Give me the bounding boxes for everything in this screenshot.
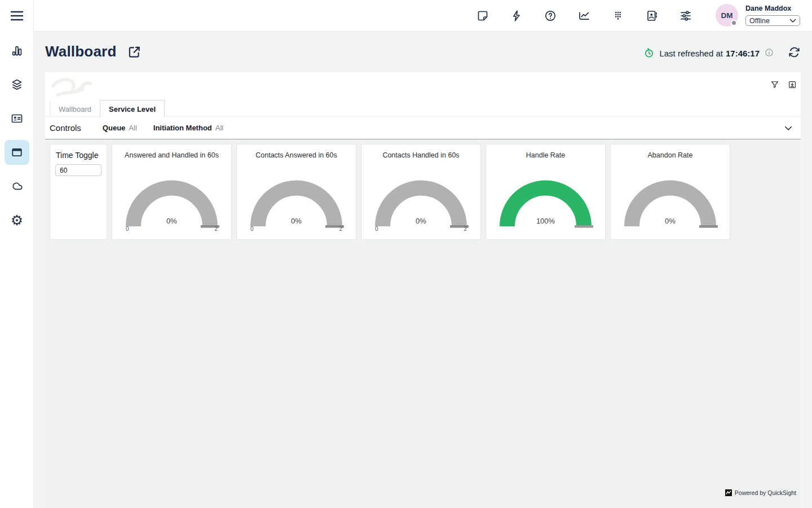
- contact-card-icon: [10, 112, 24, 125]
- time-toggle-label: Time Toggle: [56, 151, 98, 160]
- agent-status-value: Offline: [749, 17, 770, 25]
- gear-icon: ⚙: [11, 213, 23, 227]
- open-in-new-window-icon[interactable]: [127, 45, 142, 59]
- sidebar-nav: ⚙: [5, 38, 29, 233]
- agent-status-select[interactable]: Offline: [745, 15, 800, 26]
- cloud-icon: [10, 179, 24, 193]
- sidebar: ⚙: [0, 0, 34, 508]
- tab-label: Service Level: [109, 105, 156, 113]
- page-title: Wallboard: [45, 43, 117, 60]
- powered-by-quicksight: Powered by QuickSight: [725, 489, 796, 496]
- powered-by-label: Powered by QuickSight: [735, 489, 796, 496]
- svg-text:0: 0: [375, 226, 378, 232]
- gauge-target-tick: [699, 225, 718, 228]
- filter-name: Initiation Method: [153, 124, 212, 132]
- gauge-card: Contacts Answered in 60s0%02: [236, 144, 356, 240]
- watermark: [47, 75, 132, 102]
- gauge-target-tick: [575, 225, 593, 228]
- collapse-controls-chevron-icon[interactable]: [783, 122, 794, 134]
- bar-chart-icon: [10, 44, 24, 58]
- dialpad-icon[interactable]: [611, 9, 625, 23]
- refresh-label: Last refreshed at: [659, 49, 723, 58]
- svg-text:100%: 100%: [536, 217, 555, 225]
- gauge-card: Handle Rate100%: [486, 144, 606, 240]
- layers-icon: [10, 78, 24, 91]
- dashboard-sheet: Time Toggle Answered and Handled in 60s0…: [45, 139, 801, 508]
- main-content: Wallboard Last refreshed at 17:46:17: [34, 32, 812, 508]
- gauge-chart: 0%02: [361, 144, 480, 239]
- tab-wallboard[interactable]: Wallboard: [50, 100, 100, 117]
- sliders-icon[interactable]: [679, 9, 692, 23]
- chevron-down-icon: [789, 19, 796, 23]
- gauge-chart: 100%: [486, 144, 605, 239]
- svg-text:0%: 0%: [291, 217, 302, 225]
- note-icon[interactable]: [476, 9, 489, 23]
- contact-book-icon[interactable]: [645, 9, 659, 23]
- info-icon[interactable]: [764, 47, 774, 59]
- refresh-time: 17:46:17: [726, 49, 760, 58]
- sidebar-item-contacts[interactable]: [5, 106, 29, 131]
- topbar-icons: [476, 9, 692, 23]
- tab-label: Wallboard: [59, 105, 91, 113]
- cards-row: Time Toggle Answered and Handled in 60s0…: [50, 144, 730, 240]
- sidebar-item-wallboard[interactable]: [5, 140, 29, 165]
- panel-toolbar: [770, 80, 797, 90]
- hamburger-menu-icon[interactable]: [10, 10, 24, 22]
- svg-text:0%: 0%: [416, 217, 426, 225]
- filter-value: All: [215, 124, 223, 132]
- svg-text:2: 2: [339, 226, 342, 232]
- svg-text:2: 2: [464, 226, 467, 232]
- filter-name: Queue: [103, 124, 125, 132]
- sidebar-item-cloud[interactable]: [5, 174, 29, 199]
- sidebar-item-layers[interactable]: [5, 72, 29, 97]
- avatar-initials: DM: [721, 11, 733, 20]
- gauge-card: Abandon Rate0%: [610, 144, 730, 240]
- time-toggle-input[interactable]: [55, 164, 102, 176]
- gauge-chart: 0%02: [237, 144, 356, 239]
- lightning-icon[interactable]: [510, 9, 523, 23]
- line-chart-icon[interactable]: [577, 9, 591, 23]
- dashboard-panel: Wallboard Service Level Controls Queue A…: [45, 72, 801, 139]
- quicksight-logo-icon: [725, 489, 732, 496]
- svg-text:0%: 0%: [665, 217, 676, 225]
- auto-refresh-timer-icon: [643, 47, 655, 59]
- user-name: Dane Maddox: [745, 5, 791, 12]
- sidebar-item-settings[interactable]: ⚙: [5, 208, 29, 233]
- controls-label: Controls: [50, 123, 81, 133]
- gauge-chart: 0%: [611, 144, 730, 239]
- svg-text:0: 0: [250, 226, 254, 232]
- sidebar-item-analytics[interactable]: [5, 38, 29, 63]
- filter-icon[interactable]: [770, 80, 780, 90]
- svg-text:2: 2: [214, 226, 218, 232]
- help-icon[interactable]: [544, 9, 557, 23]
- tab-service-level[interactable]: Service Level: [100, 100, 165, 117]
- gauge-card: Answered and Handled in 60s0%02: [112, 144, 232, 240]
- app-root: ⚙ D: [0, 0, 812, 508]
- svg-text:0: 0: [126, 226, 129, 232]
- filter-value: All: [129, 124, 136, 132]
- sheet-tabs: Wallboard Service Level: [50, 100, 165, 117]
- time-toggle-card: Time Toggle: [50, 144, 107, 240]
- refresh-icon[interactable]: [788, 46, 801, 60]
- controls-bar: Controls Queue All Initiation Method All: [45, 117, 801, 139]
- presence-dot: [731, 20, 737, 26]
- refresh-status: Last refreshed at 17:46:17: [643, 46, 801, 60]
- topbar: DM Dane Maddox Offline: [34, 0, 812, 32]
- gauge-chart: 0%02: [112, 144, 231, 239]
- wallboard-icon: [10, 146, 24, 159]
- export-icon[interactable]: [787, 80, 797, 90]
- svg-text:0%: 0%: [166, 217, 177, 225]
- gauge-card: Contacts Handled in 60s0%02: [361, 144, 481, 240]
- filter-initiation-method[interactable]: Initiation Method All: [153, 124, 223, 132]
- filter-queue[interactable]: Queue All: [103, 124, 137, 132]
